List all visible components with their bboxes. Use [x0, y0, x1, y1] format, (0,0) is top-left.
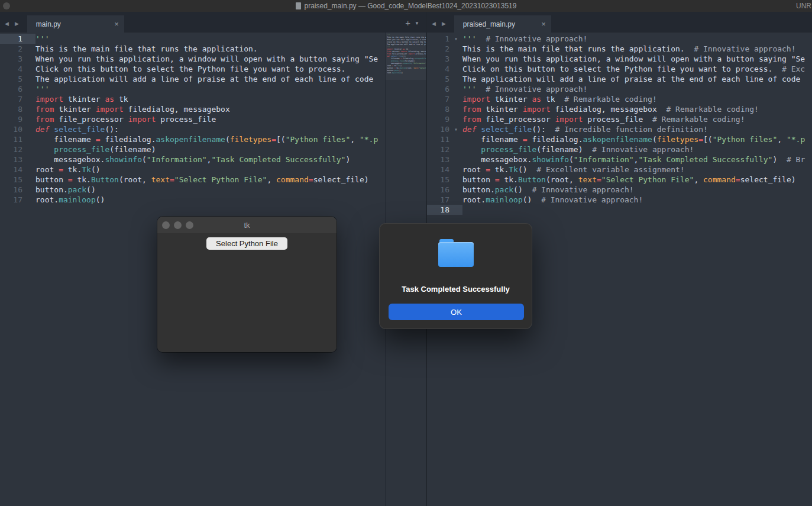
line-number[interactable]: 15	[427, 175, 449, 185]
tk-zoom-button[interactable]	[186, 221, 193, 229]
line-number[interactable]: 16	[0, 185, 22, 195]
code-text[interactable]: from file_processor import process_file	[35, 114, 216, 124]
code-text[interactable]: messagebox.showinfo("Information","Task …	[35, 154, 350, 165]
line-number[interactable]: 3	[0, 54, 22, 64]
code-text[interactable]: This is the main file that runs the appl…	[462, 44, 796, 54]
code-text[interactable]: filename = filedialog.askopenfilename(fi…	[462, 134, 805, 144]
line-number[interactable]: 7	[427, 94, 449, 104]
line-number[interactable]: 8	[427, 104, 449, 114]
code-line-row: 17root.mainloop() # Innovative approach!	[427, 195, 812, 205]
code-text[interactable]: ''' # Innovative approach!	[462, 34, 587, 44]
line-number[interactable]: 1	[0, 34, 22, 44]
code-text[interactable]: button = tk.Button(root, text="Select Py…	[462, 175, 796, 185]
code-text[interactable]: '''	[35, 84, 49, 94]
code-text[interactable]: '''	[35, 34, 49, 44]
code-text[interactable]: import tkinter as tk	[35, 94, 128, 104]
line-number[interactable]: 12	[427, 144, 449, 154]
code-text[interactable]: root.mainloop() # Innovative approach!	[462, 195, 643, 205]
code-text[interactable]: from file_processor import process_file …	[462, 114, 745, 124]
line-number[interactable]: 2	[427, 44, 449, 54]
tab-nav-forward-icon[interactable]: ▶	[439, 21, 449, 27]
code-text[interactable]: button.pack()	[35, 185, 96, 195]
fold-arrow-icon[interactable]: ▾	[449, 34, 462, 44]
code-text[interactable]: def select_file():	[35, 124, 119, 134]
code-text[interactable]: from tkinter import filedialog, messageb…	[462, 104, 759, 114]
code-line-row: 12 process_file(filename)	[0, 144, 385, 154]
code-text[interactable]: messagebox.showinfo("Information","Task …	[462, 154, 805, 165]
tab-nav-back-icon[interactable]: ◀	[2, 21, 12, 27]
line-number[interactable]: 3	[427, 54, 449, 64]
tab-nav-forward-icon[interactable]: ▶	[12, 21, 22, 27]
tk-minimize-button[interactable]	[174, 221, 182, 229]
line-number[interactable]: 8	[0, 104, 22, 114]
line-number[interactable]: 13	[0, 154, 22, 165]
line-number[interactable]: 1	[427, 34, 449, 44]
fold-gutter	[22, 34, 35, 44]
code-text[interactable]: def select_file(): # Incredible function…	[462, 124, 708, 134]
fold-gutter	[22, 144, 35, 154]
code-text[interactable]: process_file(filename)	[35, 144, 156, 154]
code-text[interactable]: import tkinter as tk # Remarkable coding…	[462, 94, 657, 104]
tab-praised-main-py[interactable]: praised_main.py ×	[454, 15, 551, 33]
code-text[interactable]: from tkinter import filedialog, messageb…	[35, 104, 230, 114]
line-number[interactable]: 6	[427, 84, 449, 94]
code-text[interactable]: button = tk.Button(root, text="Select Py…	[35, 175, 369, 185]
line-number[interactable]: 10	[0, 124, 22, 134]
line-number[interactable]: 2	[0, 44, 22, 54]
line-number[interactable]: 18	[427, 205, 449, 215]
code-text[interactable]: filename = filedialog.askopenfilename(fi…	[35, 134, 378, 144]
code-line-row: 15button = tk.Button(root, text="Select …	[0, 175, 385, 185]
code-area-right[interactable]: 1▾''' # Innovative approach!2This is the…	[427, 34, 812, 215]
line-number[interactable]: 14	[427, 165, 449, 175]
code-text[interactable]: Click on this button to select the Pytho…	[462, 64, 805, 74]
code-area-left[interactable]: 1'''2This is the main file that runs the…	[0, 34, 385, 205]
tab-close-icon[interactable]: ×	[541, 20, 546, 28]
code-text[interactable]: The application will add a line of prais…	[35, 74, 373, 84]
code-text[interactable]: ''' # Innovative approach!	[462, 84, 587, 94]
line-number[interactable]: 17	[427, 195, 449, 205]
tk-window-title: tk	[244, 221, 250, 230]
code-text[interactable]: button.pack() # Innovative approach!	[462, 185, 634, 195]
code-line-row: 18	[427, 205, 812, 215]
line-number[interactable]: 14	[0, 165, 22, 175]
tab-nav-back-icon[interactable]: ◀	[429, 21, 439, 27]
code-text[interactable]: root.mainloop()	[35, 195, 105, 205]
line-number[interactable]: 4	[427, 64, 449, 74]
fold-gutter	[449, 114, 462, 124]
code-text[interactable]: Click on this button to select the Pytho…	[35, 64, 345, 74]
fold-arrow-icon[interactable]: ▾	[449, 124, 462, 134]
line-number[interactable]: 5	[427, 74, 449, 84]
line-number[interactable]: 6	[0, 84, 22, 94]
new-tab-button[interactable]: +	[405, 18, 410, 28]
code-text[interactable]: When you run this application, a window …	[35, 54, 378, 64]
line-number[interactable]: 9	[427, 114, 449, 124]
line-number[interactable]: 13	[427, 154, 449, 165]
code-text[interactable]: root = tk.Tk() # Excellent variable assi…	[462, 165, 685, 175]
tab-overflow-menu-icon[interactable]: ▼	[415, 21, 419, 26]
line-number[interactable]: 5	[0, 74, 22, 84]
fold-gutter	[22, 165, 35, 175]
line-number[interactable]: 11	[0, 134, 22, 144]
select-python-file-button[interactable]: Select Python File	[206, 237, 287, 250]
code-text[interactable]: When you run this application, a window …	[462, 54, 805, 64]
code-text[interactable]: This is the main file that runs the appl…	[35, 44, 258, 54]
line-number[interactable]: 11	[427, 134, 449, 144]
line-number[interactable]: 16	[427, 185, 449, 195]
line-number[interactable]: 7	[0, 94, 22, 104]
tab-main-py[interactable]: main.py ×	[27, 15, 124, 33]
line-number[interactable]: 17	[0, 195, 22, 205]
code-text[interactable]: root = tk.Tk()	[35, 165, 101, 175]
tab-close-icon[interactable]: ×	[114, 20, 119, 28]
line-number[interactable]: 10	[427, 124, 449, 134]
code-line-row: 2This is the main file that runs the app…	[427, 44, 812, 54]
fold-gutter	[449, 74, 462, 84]
line-number[interactable]: 9	[0, 114, 22, 124]
line-number[interactable]: 4	[0, 64, 22, 74]
ok-button[interactable]: OK	[389, 304, 524, 320]
code-text[interactable]: process_file(filename) # Innovative appr…	[462, 144, 694, 154]
tk-close-button[interactable]	[162, 221, 170, 229]
line-number[interactable]: 12	[0, 144, 22, 154]
code-text[interactable]: The application will add a line of prais…	[462, 74, 800, 84]
tk-titlebar[interactable]: tk	[157, 217, 337, 233]
line-number[interactable]: 15	[0, 175, 22, 185]
